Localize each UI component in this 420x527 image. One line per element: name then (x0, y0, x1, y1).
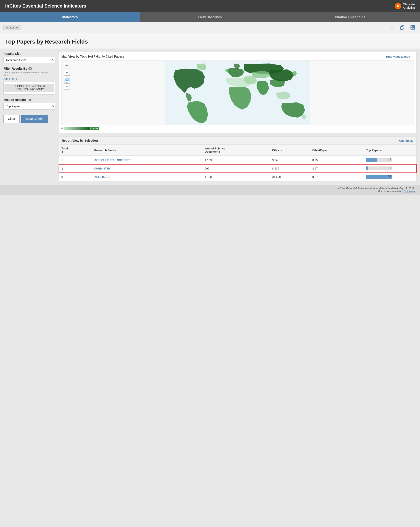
filter-section: Filter Results By ? Changing the filter … (3, 67, 55, 95)
bar-background: 5 (366, 166, 392, 170)
table-section: Report View by Selection Customize Total… (59, 136, 417, 181)
filter-note: Changing the filter field removes all cu… (3, 71, 55, 76)
page-title: Top Papers by Research Fields (5, 38, 415, 45)
include-select[interactable]: Top Papers Hot Papers Highly Cited Paper… (3, 103, 55, 110)
footer: InCites Essential Science Indicators dat… (0, 185, 420, 195)
main-content: Results List Research Fields Countries/T… (0, 48, 420, 185)
cell-top-papers: 5 (364, 164, 416, 173)
svg-text:+: + (414, 25, 414, 27)
table-row: 2 CHEMISTRY 996 8,539 8.57 5 (59, 164, 416, 173)
legend-min: 0 (61, 127, 63, 130)
cell-field: CHEMISTRY (92, 164, 202, 173)
table-header-row: Report View by Selection Customize (59, 137, 416, 145)
clear-button[interactable]: Clear (3, 115, 20, 123)
toolbar: Indicators + (0, 22, 420, 33)
footer-text: InCites Essential Science Indicators dat… (337, 187, 415, 190)
col-cites[interactable]: Cites ▼ (270, 145, 310, 156)
pan-control[interactable]: ✛ (64, 63, 70, 69)
add-filter-link[interactable]: Add Filter » (3, 77, 55, 80)
legend-highlight: 74,437 (90, 127, 99, 130)
map-title: Map View by Top / Hot / Highly Cited Pap… (61, 55, 124, 58)
hide-visualization-button[interactable]: Hide Visualization — (386, 55, 414, 58)
clarivate-logo: C ClarivateAnalytics (395, 3, 415, 10)
field-link[interactable]: AGRICULTURAL SCIENCES (94, 158, 131, 162)
report-view-title: Report View by Selection (62, 139, 98, 142)
logo-text: ClarivateAnalytics (403, 3, 415, 10)
results-table: Total: 3 Research Fields Web of ScienceD… (59, 145, 416, 181)
customize-button[interactable]: Customize (399, 139, 413, 142)
app-title: InCites Essential Science Indicators (5, 3, 86, 9)
table-header: Total: 3 Research Fields Web of ScienceD… (59, 145, 416, 156)
include-section: Include Results For Top Papers Hot Paper… (3, 98, 55, 110)
legend-max-label: 74,437 (91, 127, 98, 130)
cell-wos: 1,133 (202, 156, 269, 164)
legend-bar (64, 127, 90, 130)
globe-button[interactable]: 🌐 (64, 77, 70, 83)
cell-rank: 1 (59, 156, 92, 164)
footer-more-text: For more information (378, 190, 403, 193)
cell-cites: 8,539 (270, 164, 310, 173)
cell-rank: 2 (59, 164, 92, 173)
left-panel: Results List Research Fields Countries/T… (3, 52, 55, 181)
table-row: 1 AGRICULTURAL SCIENCES 1,133 9,348 8.25… (59, 156, 416, 164)
bar-background: 24 (366, 158, 392, 162)
filter-box: BEIJING TECHNOLOGY &BUSINESS UNIVERSITY (3, 82, 55, 95)
zoom-out-button[interactable]: − (64, 83, 70, 89)
bar-value: 57 (387, 175, 392, 178)
copy-button[interactable] (399, 23, 406, 31)
action-buttons: Clear Save Criteria (3, 115, 55, 123)
col-wos: Web of ScienceDocuments (202, 145, 269, 156)
field-link[interactable]: CHEMISTRY (94, 167, 111, 170)
map-section: Map View by Top / Hot / Highly Cited Pap… (59, 52, 417, 133)
cell-top-papers: 57 (364, 173, 416, 181)
download-button[interactable] (388, 23, 396, 31)
include-label: Include Results For (3, 98, 55, 101)
cell-cites: 9,348 (270, 156, 310, 164)
table-body: 1 AGRICULTURAL SCIENCES 1,133 9,348 8.25… (59, 156, 416, 181)
save-criteria-button[interactable]: Save Criteria (21, 115, 48, 123)
bar-value: 24 (387, 158, 392, 161)
svg-rect-1 (401, 27, 403, 30)
app-header: InCites Essential Science Indicators C C… (0, 0, 420, 12)
cell-field: AGRICULTURAL SCIENCES (92, 156, 202, 164)
zoom-in-button[interactable]: + (64, 70, 70, 76)
tab-indicators[interactable]: Indicators (0, 12, 140, 22)
cell-cites: 34,668 (270, 173, 310, 181)
cell-field: ALL FIELDS (92, 173, 202, 181)
map-legend: 0 74,437 (61, 127, 414, 130)
col-cites-per-paper: Cites/Paper (310, 145, 364, 156)
filter-title: Filter Results By ? (3, 67, 55, 70)
bar-value: 5 (387, 166, 392, 169)
filter-tag: BEIJING TECHNOLOGY &BUSINESS UNIVERSITY (5, 84, 54, 92)
table-row: 0 ALL FIELDS 4,190 34,668 8.27 57 (59, 173, 416, 181)
total-value: 3 (61, 150, 63, 153)
map-controls: ✛ + 🌐 − (64, 63, 70, 89)
logo-icon: C (395, 3, 401, 9)
cell-rank: 0 (59, 173, 92, 181)
toolbar-icons: + (388, 23, 417, 31)
breadcrumb: Indicators (3, 25, 21, 30)
cell-wos: 996 (202, 164, 269, 173)
col-rank: Total: 3 (59, 145, 92, 156)
filter-help-icon[interactable]: ? (28, 67, 32, 70)
col-research-fields: Research Fields (92, 145, 202, 156)
right-panel: Map View by Top / Hot / Highly Cited Pap… (59, 52, 417, 181)
field-link[interactable]: ALL FIELDS (94, 175, 110, 178)
results-list-select[interactable]: Research Fields Countries/Territories Or… (3, 57, 55, 63)
footer-link[interactable]: Click Here (403, 190, 415, 193)
cell-cites-per-paper: 8.25 (310, 156, 364, 164)
cell-cites-per-paper: 8.57 (310, 164, 364, 173)
filter-title-text: Filter Results By (3, 67, 27, 70)
add-button[interactable]: + (409, 23, 417, 31)
col-top-papers: Top Papers (364, 145, 416, 156)
total-label: Total: (61, 147, 69, 150)
tab-field-baselines[interactable]: Field Baselines (140, 12, 280, 22)
results-list-label: Results List (3, 52, 55, 55)
map-container[interactable]: ✛ + 🌐 − (61, 60, 414, 125)
page-title-area: Top Papers by Research Fields (0, 33, 420, 48)
cites-sort-icon: ▼ (280, 149, 282, 152)
results-list-section: Results List Research Fields Countries/T… (3, 52, 55, 63)
cell-wos: 4,190 (202, 173, 269, 181)
tab-citation-thresholds[interactable]: Citation Thresholds (280, 12, 420, 22)
cell-top-papers: 24 (364, 156, 416, 164)
